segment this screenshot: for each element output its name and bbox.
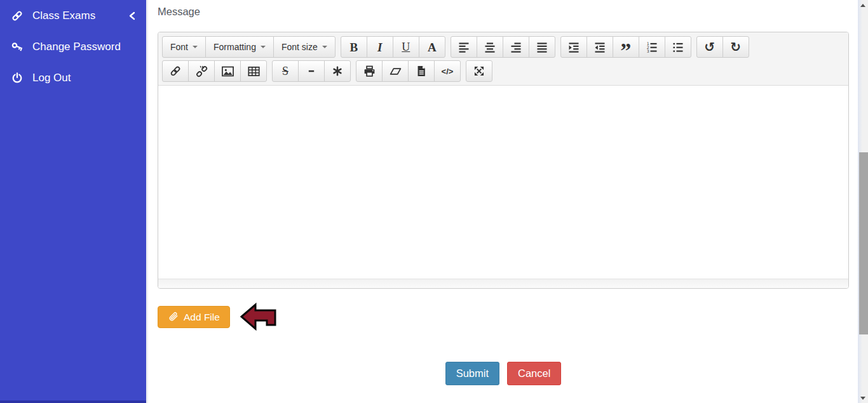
- indent-button[interactable]: [560, 36, 587, 58]
- chevron-down-icon: [193, 46, 198, 48]
- bold-icon: B: [349, 41, 358, 53]
- font-color-button[interactable]: A: [419, 36, 445, 58]
- blockquote-button[interactable]: ”: [613, 36, 639, 58]
- code-view-button[interactable]: </>: [434, 60, 461, 82]
- unordered-list-button[interactable]: [665, 36, 691, 58]
- font-size-dropdown-label: Font size: [281, 42, 318, 52]
- sidebar: Class Exams Change Password Log Out: [0, 0, 146, 403]
- outdent-icon: [593, 41, 606, 53]
- align-left-icon: [458, 41, 470, 53]
- editor-resize-bar[interactable]: [158, 279, 848, 289]
- key-icon: [10, 40, 24, 54]
- print-button[interactable]: [356, 60, 383, 82]
- scrollbar-thumb[interactable]: [859, 152, 868, 334]
- bold-button[interactable]: B: [341, 36, 367, 58]
- link-icon: [10, 9, 24, 23]
- strikethrough-button[interactable]: S: [272, 60, 299, 82]
- ordered-list-icon: 123: [646, 41, 658, 53]
- triangle-down-icon: [860, 397, 865, 400]
- paperclip-icon: [168, 312, 179, 322]
- document-button[interactable]: [408, 60, 435, 82]
- image-icon: [221, 65, 234, 78]
- table-icon: [247, 65, 261, 78]
- outdent-button[interactable]: [587, 36, 613, 58]
- align-justify-button[interactable]: [529, 36, 555, 58]
- triangle-up-icon: [860, 4, 865, 7]
- code-icon: </>: [442, 67, 454, 76]
- formatting-dropdown-label: Formatting: [214, 42, 256, 52]
- align-justify-icon: [536, 41, 548, 53]
- toolbar-group-history: ↺ ↻: [696, 36, 749, 58]
- message-field-label: Message: [158, 6, 200, 18]
- align-center-button[interactable]: [477, 36, 503, 58]
- toolbar-group-text-style: B I U A: [341, 36, 445, 58]
- add-file-button[interactable]: Add File: [158, 306, 230, 328]
- sidebar-bottom-strip: [0, 400, 146, 403]
- insert-link-button[interactable]: [162, 60, 189, 82]
- cancel-button[interactable]: Cancel: [507, 362, 561, 385]
- submit-button[interactable]: Submit: [445, 362, 499, 385]
- editor-toolbar: Font Formatting Font size B I U: [158, 32, 848, 86]
- sidebar-item-log-out[interactable]: Log Out: [0, 62, 146, 93]
- align-left-button[interactable]: [451, 36, 477, 58]
- form-actions: Submit Cancel: [158, 362, 849, 385]
- formatting-dropdown[interactable]: Formatting: [205, 36, 274, 58]
- underline-icon: U: [402, 41, 410, 53]
- font-dropdown[interactable]: Font: [162, 36, 206, 58]
- eraser-button[interactable]: [382, 60, 409, 82]
- sidebar-item-class-exams[interactable]: Class Exams: [0, 0, 146, 31]
- insert-image-button[interactable]: [214, 60, 241, 82]
- italic-icon: I: [377, 41, 382, 53]
- sidebar-item-label: Class Exams: [32, 10, 95, 22]
- align-right-button[interactable]: [503, 36, 529, 58]
- message-editor-content[interactable]: [158, 86, 848, 279]
- undo-icon: ↺: [704, 41, 715, 53]
- add-file-label: Add File: [184, 312, 220, 323]
- indent-icon: [567, 41, 580, 53]
- blockquote-icon: ”: [620, 40, 631, 54]
- power-icon: [10, 71, 24, 85]
- scroll-up-button[interactable]: [858, 0, 868, 10]
- special-character-button[interactable]: [324, 60, 351, 82]
- chevron-left-icon[interactable]: [128, 11, 136, 20]
- horizontal-rule-icon: [305, 65, 318, 77]
- unlink-icon: [195, 65, 208, 77]
- unlink-button[interactable]: [188, 60, 215, 82]
- horizontal-rule-button[interactable]: [298, 60, 325, 82]
- undo-button[interactable]: ↺: [696, 36, 723, 58]
- toolbar-group-insert: [162, 60, 267, 82]
- sidebar-item-label: Log Out: [32, 72, 71, 84]
- toolbar-row-1: Font Formatting Font size B I U: [162, 36, 844, 58]
- toolbar-group-tools: </>: [356, 60, 461, 82]
- fullscreen-icon: [473, 65, 485, 77]
- align-right-icon: [510, 41, 522, 53]
- toolbar-row-2: S: [162, 60, 844, 83]
- italic-button[interactable]: I: [367, 36, 393, 58]
- fullscreen-button[interactable]: [466, 60, 492, 82]
- redo-button[interactable]: ↻: [722, 36, 749, 58]
- toolbar-group-fullscreen: [466, 60, 492, 82]
- insert-table-button[interactable]: [240, 60, 267, 82]
- link-icon: [169, 65, 182, 77]
- strikethrough-icon: S: [282, 65, 288, 77]
- main-content: Message Font Formatting Font size: [146, 0, 858, 403]
- chevron-down-icon: [322, 46, 327, 48]
- underline-button[interactable]: U: [393, 36, 419, 58]
- redo-icon: ↻: [730, 41, 741, 53]
- vertical-scrollbar[interactable]: [858, 0, 868, 403]
- scroll-down-button[interactable]: [858, 393, 868, 403]
- unordered-list-icon: [672, 41, 684, 53]
- rich-text-editor: Font Formatting Font size B I U: [158, 32, 849, 289]
- toolbar-group-dropdowns: Font Formatting Font size: [162, 36, 336, 58]
- toolbar-group-misc: S: [272, 60, 351, 82]
- ordered-list-button[interactable]: 123: [639, 36, 665, 58]
- sidebar-item-change-password[interactable]: Change Password: [0, 31, 146, 62]
- eraser-icon: [389, 65, 402, 78]
- align-center-icon: [484, 41, 496, 53]
- pointer-arrow-annotation: [240, 302, 277, 332]
- font-color-icon: A: [428, 41, 437, 53]
- asterisk-icon: [331, 65, 344, 77]
- toolbar-group-paragraph: ” 123: [560, 36, 691, 58]
- svg-text:3: 3: [646, 49, 649, 53]
- font-size-dropdown[interactable]: Font size: [273, 36, 336, 58]
